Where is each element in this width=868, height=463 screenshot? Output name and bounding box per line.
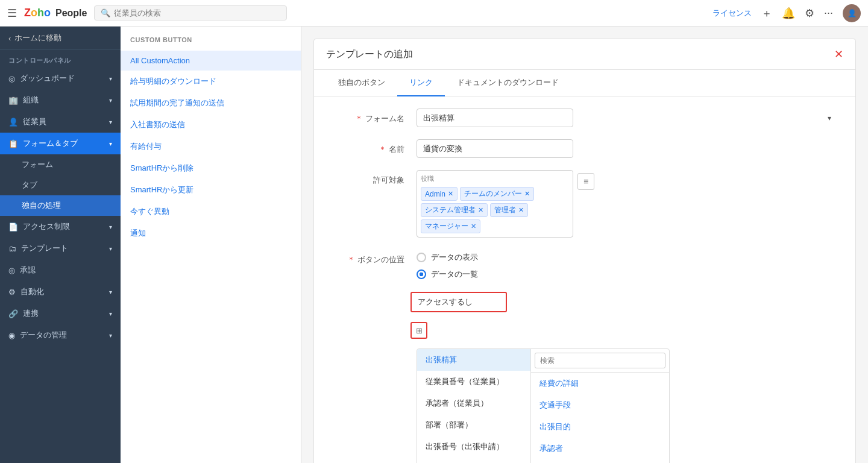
chevron-down-icon: ▾ xyxy=(109,224,112,230)
sidebar-item-access[interactable]: 📄 アクセス制限 ▾ xyxy=(0,216,121,238)
avatar[interactable]: 👤 xyxy=(843,4,861,22)
form-title: テンプレートの追加 xyxy=(326,48,413,61)
tags-container: 役職 Admin✕ チームのメンバー✕ システム管理者✕ 管理者✕ マネージャー… xyxy=(417,170,573,238)
dropdown-right-item-days[interactable]: 日数 xyxy=(531,459,669,463)
sidebar-item-forms-tabs[interactable]: 📋 フォーム＆タブ ▾ xyxy=(0,133,121,154)
form-name-label: ＊フォーム名 xyxy=(332,109,404,124)
license-link[interactable]: ライセンス xyxy=(712,8,752,19)
name-input[interactable] xyxy=(417,139,573,158)
dropdown-item-employee-number[interactable]: 従業員番号（従業員） xyxy=(417,371,530,392)
dropdown-right-item-trip-purpose[interactable]: 出張目的 xyxy=(531,416,669,438)
permitted-label: 許可対象 xyxy=(332,170,404,186)
approval-icon: ◎ xyxy=(8,266,15,275)
form-name-select[interactable]: 出張精算 xyxy=(417,109,573,127)
plus-icon-row: ⊞ xyxy=(332,322,837,339)
dropdown-area: 出張精算 従業員番号（従業員） 承認者（従業員） 部署（部署） 出張番号（出張申… xyxy=(417,348,670,463)
name-row: ＊名前 xyxy=(332,139,837,158)
chevron-down-icon: ▾ xyxy=(828,114,831,122)
sidebar: ‹ ホームに移動 コントロールパネル ◎ ダッシュボード ▾ 🏢 組織 ▾ 👤 … xyxy=(0,27,121,463)
dropdown-item-department[interactable]: 部署（部署） xyxy=(417,414,530,436)
name-field xyxy=(417,139,837,158)
tag-team-member: チームのメンバー✕ xyxy=(460,187,534,201)
tag-system-admin: システム管理者✕ xyxy=(421,203,488,217)
menu-item-smarthr-delete[interactable]: SmartHRから削除 xyxy=(121,157,301,179)
dropdown-right-item-expense-detail[interactable]: 経費の詳細 xyxy=(531,373,669,394)
tab-custom-button[interactable]: 独自のボタン xyxy=(326,70,397,96)
search-icon: 🔍 xyxy=(101,8,110,17)
menu-item-paid-leave[interactable]: 有給付与 xyxy=(121,136,301,157)
menu-item-payslip[interactable]: 給与明細のダウンロード xyxy=(121,71,301,92)
app-name: People xyxy=(55,8,87,19)
remove-tag-admin2[interactable]: ✕ xyxy=(518,206,524,214)
menu-item-probation[interactable]: 試用期間の完了通知の送信 xyxy=(121,92,301,114)
tags-row-3: マネージャー✕ xyxy=(421,219,569,233)
radio-data-list[interactable]: データの一覧 xyxy=(417,269,837,280)
sidebar-item-approval[interactable]: ◎ 承認 xyxy=(0,259,121,281)
menu-item-all-custom-action[interactable]: All CustomAction xyxy=(121,51,301,71)
menu-item-notification[interactable]: 通知 xyxy=(121,222,301,244)
tags-row: Admin✕ チームのメンバー✕ xyxy=(421,187,569,201)
top-navigation: ☰ Zoho People 🔍 ライセンス ＋ 🔔 ⚙ ··· 👤 xyxy=(0,0,868,27)
chevron-down-icon: ▾ xyxy=(109,310,112,317)
dropdown-item-trip-purpose[interactable]: 出張目的（出張申請） xyxy=(417,458,530,463)
close-button[interactable]: ✕ xyxy=(834,48,843,61)
remove-tag-system-admin[interactable]: ✕ xyxy=(478,206,483,214)
form-tabs: 独自のボタン リンク ドキュメントのダウンロード xyxy=(314,70,855,96)
sidebar-item-employees[interactable]: 👤 従業員 ▾ xyxy=(0,111,121,133)
dropdown-search-input[interactable] xyxy=(535,353,665,368)
remove-tag-team-member[interactable]: ✕ xyxy=(524,190,530,198)
sidebar-sub-item-forms[interactable]: フォーム xyxy=(0,154,121,175)
add-icon[interactable]: ＋ xyxy=(761,6,772,20)
sidebar-item-automation[interactable]: ⚙ 自動化 ▾ xyxy=(0,281,121,303)
access-input-box[interactable]: アクセスするし xyxy=(410,292,507,312)
chevron-left-icon: ‹ xyxy=(8,34,11,43)
tab-link[interactable]: リンク xyxy=(397,70,445,96)
permitted-field: 役職 Admin✕ チームのメンバー✕ システム管理者✕ 管理者✕ マネージャー… xyxy=(417,170,837,238)
chevron-down-icon: ▾ xyxy=(109,289,112,295)
dropdown-item-trip-number[interactable]: 出張番号（出張申請） xyxy=(417,436,530,458)
radio-circle-data-view xyxy=(417,253,426,262)
dropdown-item-trip-expense[interactable]: 出張精算 xyxy=(417,349,530,371)
button-position-field: データの表示 データの一覧 xyxy=(417,250,837,280)
forms-icon: 📋 xyxy=(8,139,18,148)
sidebar-sub-item-custom-process[interactable]: 独自の処理 xyxy=(0,195,121,216)
sidebar-item-template[interactable]: 🗂 テンプレート ▾ xyxy=(0,238,121,259)
notification-icon[interactable]: 🔔 xyxy=(782,7,795,20)
menu-item-onboarding[interactable]: 入社書類の送信 xyxy=(121,114,301,136)
dropdown-right-item-transport[interactable]: 交通手段 xyxy=(531,394,669,416)
radio-group: データの表示 データの一覧 xyxy=(417,250,837,280)
main-layout: ‹ ホームに移動 コントロールパネル ◎ ダッシュボード ▾ 🏢 組織 ▾ 👤 … xyxy=(0,27,868,463)
sidebar-item-integration[interactable]: 🔗 連携 ▾ xyxy=(0,303,121,324)
settings-icon[interactable]: ⚙ xyxy=(805,7,814,20)
search-box[interactable]: 🔍 xyxy=(94,5,287,20)
access-row: アクセスするし xyxy=(332,292,837,312)
hamburger-icon[interactable]: ☰ xyxy=(7,7,17,20)
radio-data-view[interactable]: データの表示 xyxy=(417,252,837,263)
sidebar-sub-item-tabs[interactable]: タブ xyxy=(0,175,121,195)
data-icon: ◉ xyxy=(8,331,15,340)
more-icon[interactable]: ··· xyxy=(824,7,833,19)
sidebar-item-organization[interactable]: 🏢 組織 ▾ xyxy=(0,89,121,111)
remove-tag-manager[interactable]: ✕ xyxy=(471,222,476,230)
tag-manager: マネージャー✕ xyxy=(421,219,480,233)
sidebar-item-data-management[interactable]: ◉ データの管理 ▾ xyxy=(0,324,121,346)
chevron-down-icon: ▾ xyxy=(109,245,112,252)
form-container: テンプレートの追加 ✕ 独自のボタン リンク ドキュメントのダウンロード ＊フォ… xyxy=(313,39,856,463)
add-row-button[interactable]: ⊞ xyxy=(410,322,427,339)
automation-icon: ⚙ xyxy=(8,288,16,297)
dropdown-right-item-approver[interactable]: 承認者 xyxy=(531,438,669,459)
button-position-label: ＊ボタンの位置 xyxy=(332,250,404,265)
menu-item-transfer[interactable]: 今すぐ異動 xyxy=(121,201,301,222)
template-icon: 🗂 xyxy=(8,244,16,253)
form-name-row: ＊フォーム名 出張精算 ▾ xyxy=(332,109,837,127)
employee-icon: 👤 xyxy=(8,118,18,127)
tags-list-icon[interactable]: ≡ xyxy=(577,173,594,190)
sidebar-item-dashboard[interactable]: ◎ ダッシュボード ▾ xyxy=(0,68,121,89)
search-input[interactable] xyxy=(114,8,280,17)
remove-tag-admin[interactable]: ✕ xyxy=(448,190,453,198)
sidebar-home[interactable]: ‹ ホームに移動 xyxy=(0,27,121,50)
menu-item-smarthr-update[interactable]: SmartHRから更新 xyxy=(121,179,301,201)
dropdown-item-approver[interactable]: 承認者（従業員） xyxy=(417,392,530,414)
middle-section-label: CUSTOM BUTTON xyxy=(121,36,301,51)
tab-document-download[interactable]: ドキュメントのダウンロード xyxy=(445,70,571,96)
